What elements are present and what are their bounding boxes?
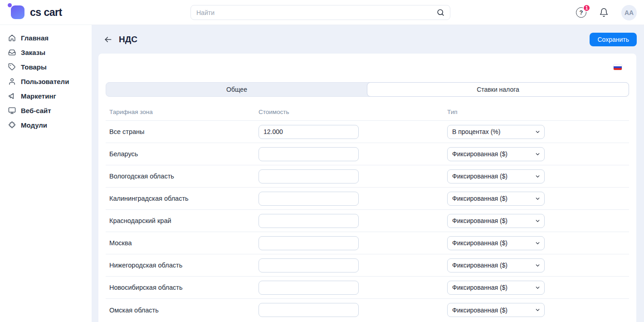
sidebar-item-label: Товары — [21, 63, 47, 71]
notification-badge: 1 — [583, 4, 590, 12]
sidebar-item-home[interactable]: Главная — [0, 30, 92, 45]
rate-type-select[interactable]: Фиксированная ($) — [447, 281, 545, 295]
page-title: НДС — [119, 35, 137, 45]
rate-type-select[interactable]: Фиксированная ($) — [447, 236, 545, 250]
column-header-value: Стоимость — [259, 109, 447, 120]
rate-type-select[interactable]: В процентах (%) — [447, 125, 545, 139]
language-selector-row — [106, 64, 629, 70]
brand-logo[interactable]: cs cart — [0, 5, 92, 19]
rate-type-select-wrap: Фиксированная ($) — [447, 258, 545, 272]
rate-type-select-wrap: Фиксированная ($) — [447, 303, 545, 317]
tax-edit-card: Общее Ставки налога Тарифная зона Стоимо… — [98, 54, 636, 322]
russian-flag-icon[interactable] — [614, 64, 622, 70]
tax-rate-row: Нижегородская область Фиксированная ($) — [106, 254, 629, 277]
rate-type-select-wrap: Фиксированная ($) — [447, 169, 545, 183]
rate-value-input[interactable] — [259, 169, 359, 183]
tab-general[interactable]: Общее — [106, 83, 367, 96]
search-bar — [190, 5, 450, 20]
sidebar-item-users[interactable]: Пользователи — [0, 74, 92, 89]
tab-tax-rates[interactable]: Ставки налога — [367, 82, 629, 97]
rate-type-select[interactable]: Фиксированная ($) — [447, 147, 545, 161]
rate-type-select[interactable]: Фиксированная ($) — [447, 192, 545, 206]
zone-label: Нижегородская область — [106, 262, 259, 269]
sidebar-item-label: Модули — [21, 121, 47, 129]
tax-rate-row: Омская область Фиксированная ($) — [106, 299, 629, 321]
zone-label: Омская область — [106, 307, 259, 314]
sidebar-item-label: Веб-сайт — [21, 107, 51, 114]
topbar-actions: ? 1 AA — [576, 0, 637, 25]
topbar: cs cart ? 1 AA — [0, 0, 644, 25]
cscart-logo-icon — [11, 5, 24, 19]
bell-icon[interactable] — [599, 8, 609, 17]
rate-type-select-wrap: В процентах (%) — [447, 125, 545, 139]
rate-type-select[interactable]: Фиксированная ($) — [447, 169, 545, 183]
zone-label: Беларусь — [106, 150, 259, 158]
user-icon — [8, 78, 16, 85]
rate-type-select-wrap: Фиксированная ($) — [447, 147, 545, 161]
sidebar-item-label: Заказы — [21, 49, 45, 56]
rate-type-select[interactable]: Фиксированная ($) — [447, 258, 545, 272]
zone-label: Москва — [106, 239, 259, 247]
back-arrow-icon[interactable] — [103, 35, 112, 44]
rate-type-select-wrap: Фиксированная ($) — [447, 214, 545, 228]
rate-type-select[interactable]: Фиксированная ($) — [447, 214, 545, 228]
main-area: НДС Сохранить Общее Ставки налога Тарифн… — [92, 25, 644, 322]
zone-label: Краснодарский край — [106, 217, 259, 224]
column-header-zone: Тарифная зона — [106, 109, 259, 120]
table-header-row: Тарифная зона Стоимость Тип — [106, 97, 629, 121]
column-header-type: Тип — [447, 109, 629, 120]
rate-value-input[interactable] — [259, 303, 359, 317]
rate-value-input[interactable] — [259, 236, 359, 250]
rate-value-input[interactable] — [259, 125, 359, 139]
tax-rate-row: Калининградская область Фиксированная ($… — [106, 188, 629, 210]
sidebar-item-products[interactable]: Товары — [0, 59, 92, 74]
home-icon — [8, 34, 16, 42]
sidebar-item-website[interactable]: Веб-сайт — [0, 103, 92, 118]
tax-rate-row: Все страны В процентах (%) — [106, 121, 629, 143]
sidebar-item-label: Маркетинг — [21, 92, 56, 100]
rate-value-input[interactable] — [259, 258, 359, 272]
search-input[interactable] — [190, 5, 450, 20]
zone-label: Калининградская область — [106, 195, 259, 202]
rate-type-select[interactable]: Фиксированная ($) — [447, 303, 545, 317]
tax-rate-row: Краснодарский край Фиксированная ($) — [106, 210, 629, 232]
tax-rate-row: Москва Фиксированная ($) — [106, 232, 629, 254]
rate-type-select-wrap: Фиксированная ($) — [447, 192, 545, 206]
page-header: НДС Сохранить — [92, 25, 644, 54]
tax-rate-row: Вологодская область Фиксированная ($) — [106, 165, 629, 188]
zone-label: Новосибирская область — [106, 284, 259, 291]
zone-label: Вологодская область — [106, 173, 259, 180]
brand-name: cs cart — [30, 6, 62, 19]
megaphone-icon — [8, 92, 16, 100]
tag-icon — [8, 63, 16, 71]
sidebar-item-orders[interactable]: Заказы — [0, 45, 92, 59]
sidebar-item-label: Главная — [21, 34, 49, 42]
sidebar-item-label: Пользователи — [21, 78, 69, 85]
zone-label: Все страны — [106, 128, 259, 135]
save-button[interactable]: Сохранить — [590, 33, 637, 46]
inbox-icon — [8, 49, 16, 56]
rate-type-select-wrap: Фиксированная ($) — [447, 236, 545, 250]
rate-type-select-wrap: Фиксированная ($) — [447, 281, 545, 295]
avatar[interactable]: AA — [621, 5, 637, 20]
puzzle-icon — [8, 121, 16, 129]
tax-rate-row: Новосибирская область Фиксированная ($) — [106, 277, 629, 299]
rate-value-input[interactable] — [259, 214, 359, 228]
tabbar: Общее Ставки налога — [106, 82, 629, 97]
rate-value-input[interactable] — [259, 281, 359, 295]
help-icon[interactable]: ? 1 — [576, 7, 586, 18]
rate-value-input[interactable] — [259, 192, 359, 206]
sidebar: Главная Заказы Товары Пользователи Марке… — [0, 25, 92, 322]
search-icon[interactable] — [436, 8, 445, 19]
rate-value-input[interactable] — [259, 147, 359, 161]
monitor-icon — [8, 107, 16, 114]
tax-rate-row: Беларусь Фиксированная ($) — [106, 143, 629, 165]
sidebar-item-modules[interactable]: Модули — [0, 118, 92, 132]
sidebar-item-marketing[interactable]: Маркетинг — [0, 89, 92, 103]
